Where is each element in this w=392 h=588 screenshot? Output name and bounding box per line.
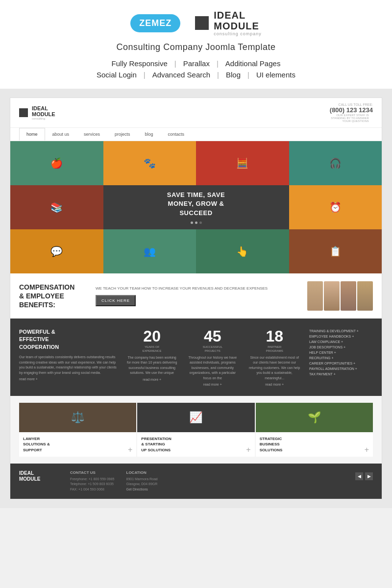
- mini-staff-text: OUR EXPERT STAFF IS STANDING BY TO ANSWE…: [330, 114, 369, 122]
- comp-photo: [307, 281, 373, 311]
- stat-partners-number: 18: [247, 328, 301, 344]
- stat-years-label: YEARS OFEXPERIENCE: [126, 345, 177, 353]
- stat-years-read-more[interactable]: read more +: [126, 378, 177, 381]
- feature-ui-elements: UI elements: [249, 71, 302, 79]
- footer-phone1: Freephone: +1 800 559 0985: [70, 477, 115, 482]
- brand-square-icon: [195, 16, 209, 30]
- footer-addr1: 8901 Marmora Road: [126, 477, 158, 482]
- click-here-button[interactable]: CLICK HERE: [96, 295, 136, 306]
- nav-item-about[interactable]: about us: [45, 128, 77, 141]
- service-strategic-img: 🌱: [256, 403, 373, 432]
- preview-box: IDEAL MODULE consulting CALL US TOLL FRE…: [10, 98, 382, 499]
- service-presentation: 📈 PRESENTATION& STARTINGUP SOLUTIONS +: [137, 403, 254, 457]
- tile-library: 📚: [10, 185, 103, 229]
- chat-icon: 💬: [50, 245, 63, 257]
- stats-section: POWERFUL &EFFECTIVECOOPERATION Our team …: [10, 318, 382, 396]
- service-lawyer-plus-icon[interactable]: +: [128, 445, 132, 454]
- nav-item-blog[interactable]: blog: [138, 128, 161, 141]
- features-row2: Social Login | Advanced Search | Blog | …: [0, 71, 392, 79]
- nav-item-services[interactable]: services: [76, 128, 107, 141]
- stat-partners-read-more[interactable]: read more +: [247, 383, 301, 386]
- link-law[interactable]: LAW COMPLIANCE +: [309, 339, 373, 344]
- zemez-logo[interactable]: ZEMEZ: [130, 14, 180, 32]
- footer-brand: IDEAL MODULE: [19, 470, 58, 492]
- nav-item-home[interactable]: home: [19, 128, 45, 141]
- service-strategic: 🌱 STRATEGICBUSINESSSOLUTIONS +: [256, 403, 373, 457]
- paw-icon: 🐾: [144, 157, 156, 169]
- service-presentation-plus-icon[interactable]: +: [246, 445, 250, 454]
- link-training[interactable]: TRAINING & DEVELOPMENT +: [309, 328, 373, 334]
- comp-title: COMPENSATION& EMPLOYEEBENEFITS:: [19, 283, 88, 310]
- clipboard-icon: 📋: [329, 245, 342, 257]
- link-payroll[interactable]: PAYROLL ADMINISTRATION +: [309, 366, 373, 371]
- mini-brand: IDEAL MODULE consulting: [19, 105, 55, 120]
- book-icon: 🍎: [50, 157, 63, 169]
- feature-social-login: Social Login: [90, 71, 144, 79]
- footer-directions-link[interactable]: Get Directions: [126, 487, 158, 492]
- footer-location: LOCATION 8901 Marmora Road Glasgow, D04 …: [126, 470, 158, 492]
- stat-projects: 45 SUCCESSFULPROJECTS Throughout our his…: [185, 328, 240, 386]
- mini-footer: IDEAL MODULE CONTACT US Freephone: +1 80…: [10, 464, 382, 499]
- mini-brand-name: IDEAL MODULE: [32, 105, 55, 117]
- brand-logo: IDEAL MODULE consulting company: [195, 10, 262, 36]
- link-jobs[interactable]: JOB DESCRIPTIONS +: [309, 344, 373, 350]
- tile-paw: 🐾: [103, 141, 196, 185]
- tile-touch: 👆: [196, 229, 289, 273]
- person-2: [324, 281, 340, 311]
- service-lawyer-img: ⚖️: [19, 403, 136, 432]
- footer-fax: FAX: +1 004 593 0068: [70, 487, 115, 492]
- stat-partners-desc: Since our establishment most of our clie…: [247, 355, 301, 381]
- mini-toll-label: CALL US TOLL FREE:: [330, 103, 373, 106]
- next-arrow-icon[interactable]: ▶: [365, 472, 373, 480]
- service-lawyer: ⚖️ LAWYERSOLUTIONS &SUPPORT +: [19, 403, 136, 457]
- footer-contact-title: CONTACT US: [70, 470, 115, 475]
- services-section: ⚖️ LAWYERSOLUTIONS &SUPPORT + 📈 PRESENTA…: [10, 396, 382, 464]
- link-handbooks[interactable]: EMPLOYEE HANDBOOKS +: [309, 334, 373, 339]
- stat-partners-label: PARTNERPROGRAMS: [247, 345, 301, 353]
- stats-links: TRAINING & DEVELOPMENT + EMPLOYEE HANDBO…: [309, 328, 373, 386]
- tile-chat: 💬: [10, 229, 103, 273]
- tile-headset: 🎧: [289, 141, 382, 185]
- feature-additional-pages: Additional Pages: [219, 59, 288, 68]
- headset-icon: 🎧: [329, 157, 342, 169]
- stat-projects-label: SUCCESSFULPROJECTS: [185, 345, 240, 353]
- person-3: [341, 281, 356, 311]
- mini-nav: home about us services projects blog con…: [10, 128, 382, 141]
- stats-read-more[interactable]: read more +: [19, 377, 119, 381]
- cta-text: SAVE TIME, SAVEMONEY, GROW &SUCCEED: [167, 191, 225, 218]
- footer-addr2: Glasgow, D04 89GR: [126, 482, 158, 487]
- comp-desc: WE TEACH YOUR TEAM HOW TO INCREASE YOUR …: [96, 286, 294, 291]
- stat-projects-read-more[interactable]: read more +: [185, 383, 240, 386]
- alarm-icon: ⏰: [329, 201, 342, 213]
- stats-desc: Our team of specialists consistently del…: [19, 355, 119, 375]
- link-help[interactable]: HELP CENTER +: [309, 350, 373, 355]
- stat-years: 20 YEARS OFEXPERIENCE The company has be…: [126, 328, 177, 386]
- footer-nav-arrows: ◀ ▶: [355, 470, 373, 492]
- feature-blog: Blog: [219, 71, 247, 79]
- tile-alarm: ⏰: [289, 185, 382, 229]
- footer-phone2: Telephone: +1 509 803 6035: [70, 482, 115, 487]
- nav-item-projects[interactable]: projects: [107, 128, 138, 141]
- dot-1: [191, 221, 193, 224]
- features-row1: Fully Responsive | Parallax | Additional…: [0, 59, 392, 68]
- tile-book: 🍎: [10, 141, 103, 185]
- stats-title: POWERFUL &EFFECTIVECOOPERATION: [19, 328, 119, 351]
- prev-arrow-icon[interactable]: ◀: [355, 472, 363, 480]
- service-strategic-plus-icon[interactable]: +: [365, 445, 369, 454]
- calc-icon: 🧮: [236, 157, 248, 169]
- nav-item-contacts[interactable]: contacts: [161, 128, 192, 141]
- service-strategic-title: STRATEGICBUSINESSSOLUTIONS: [260, 436, 369, 453]
- link-recruiting[interactable]: RECRUITING +: [309, 355, 373, 361]
- link-career[interactable]: CAREER OPPORTUNITIES +: [309, 361, 373, 366]
- tile-calc: 🧮: [196, 141, 289, 185]
- person-1: [307, 281, 323, 311]
- comp-section: COMPENSATION& EMPLOYEEBENEFITS: WE TEACH…: [10, 273, 382, 318]
- dot-3: [199, 221, 202, 224]
- mini-header: IDEAL MODULE consulting CALL US TOLL FRE…: [10, 98, 382, 128]
- brand-tagline: consulting company: [214, 31, 262, 36]
- dot-2: [195, 221, 197, 224]
- tile-cta: SAVE TIME, SAVEMONEY, GROW &SUCCEED: [103, 185, 289, 229]
- service-presentation-img: 📈: [137, 403, 254, 432]
- link-tax[interactable]: TAX PAYMENT +: [309, 371, 373, 377]
- service-presentation-title: PRESENTATION& STARTINGUP SOLUTIONS: [141, 436, 250, 453]
